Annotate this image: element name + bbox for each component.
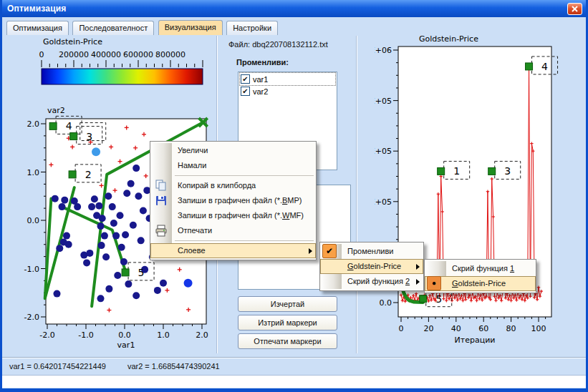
svg-text:0: 0	[399, 324, 404, 333]
menu-item-layers[interactable]: Слоеве	[150, 243, 316, 258]
menu-label-accel: G	[347, 262, 354, 270]
colorbar: Goldstein-Price0200000400000600000800000	[31, 36, 211, 92]
save-icon	[155, 195, 168, 207]
delete-markers-button[interactable]: Изтрий маркери	[238, 315, 337, 330]
svg-text:40: 40	[451, 324, 461, 333]
menu-item-print[interactable]: Отпечати	[150, 223, 316, 238]
variable-row-var2[interactable]: ✔ var2	[240, 85, 335, 97]
svg-text:800000: 800000	[155, 50, 185, 59]
tabstrip: Оптимизация Последователност Визуализаци…	[2, 17, 586, 34]
close-icon	[572, 6, 578, 12]
print-markers-button[interactable]: Отпечати маркери	[238, 333, 337, 349]
optimization-window: Оптимизация Оптимизация Последователност…	[0, 0, 588, 392]
svg-text:-1.0: -1.0	[24, 265, 39, 274]
variable-row-var1[interactable]: ✔ var1	[240, 73, 335, 85]
menu-item-copy-clipboard[interactable]: Копирай в клипборда	[150, 178, 316, 193]
menu-item-zoom-out[interactable]: Намали	[150, 158, 316, 173]
menu-label: Отпечати	[178, 226, 212, 235]
tab-optimizatsia[interactable]: Оптимизация	[6, 21, 69, 35]
svg-text:3: 3	[504, 165, 511, 177]
menu-item-hide-function-1[interactable]: Скрий функция 1	[425, 261, 536, 276]
menu-separator	[175, 175, 314, 176]
menu-label: Слоеве	[178, 246, 206, 255]
svg-text:0.0: 0.0	[27, 216, 40, 225]
menu-label: Копирай в клипборда	[178, 181, 256, 190]
svg-text:80: 80	[506, 324, 516, 333]
draw-button[interactable]: Изчертай	[238, 296, 337, 312]
svg-text:8.0E+05: 8.0E+05	[375, 97, 392, 106]
menu-item-goldstein-price[interactable]: Goldstein-Price	[320, 259, 423, 274]
svg-text:0: 0	[39, 50, 44, 59]
menu-label-accel: 1	[510, 264, 514, 273]
svg-text:400000: 400000	[91, 50, 121, 59]
svg-text:200000: 200000	[59, 50, 89, 59]
checkbox-var2[interactable]: ✔	[241, 87, 250, 96]
checkmark-icon: ✔	[322, 244, 337, 258]
printer-icon	[155, 225, 168, 237]
menu-item-save-wmf[interactable]: Запиши в графичен файл (*.WMF)	[150, 208, 316, 223]
svg-text:-2.0: -2.0	[39, 330, 54, 340]
svg-text:Goldstein-Price: Goldstein-Price	[419, 34, 478, 44]
menu-label: Скрий функция	[347, 277, 405, 285]
menu-item-hide-function-2[interactable]: Скрий функция 2	[320, 274, 423, 289]
close-button[interactable]	[567, 3, 582, 15]
svg-text:0.0: 0.0	[380, 298, 392, 308]
menu-item-goldstein-price-radio[interactable]: ● Goldstein-Price	[425, 276, 536, 291]
svg-text:var2: var2	[47, 106, 65, 115]
menu-label: oldstein-Price	[458, 279, 506, 288]
svg-text:1: 1	[453, 165, 460, 177]
tab-nastroiki[interactable]: Настройки	[226, 21, 278, 35]
status-bar: var1 = 0.642017454221449 var2 = 1.668544…	[2, 357, 586, 375]
menu-label: MF)	[289, 211, 304, 220]
status-var1: var1 = 0.642017454221449	[9, 362, 106, 371]
menu-item-promenlivi[interactable]: ✔ Променливи	[320, 244, 423, 259]
svg-text:5: 5	[138, 267, 145, 278]
goldstein-price-plot[interactable]: 0.02.0E+054.0E+056.0E+058.0E+051.0E+0602…	[375, 34, 584, 351]
tab-posledovatelnost[interactable]: Последователност	[72, 21, 154, 35]
layers-submenu: ✔ Променливи Goldstein-Price Скрий функц…	[319, 242, 424, 291]
panel-divider-right	[356, 36, 357, 353]
svg-text:-1.0: -1.0	[78, 330, 93, 340]
variables-label: Променливи:	[236, 58, 289, 67]
svg-text:2.0: 2.0	[27, 119, 40, 129]
tab-vizualizatsia[interactable]: Визуализация	[158, 20, 223, 35]
svg-text:4: 4	[66, 120, 72, 132]
status-var2: var2 = 1.66854474390241	[127, 362, 220, 371]
context-menu: Увеличи Намали Копирай в клипборда Запиш…	[150, 141, 317, 260]
svg-text:6.0E+05: 6.0E+05	[375, 147, 392, 156]
svg-text:1.0: 1.0	[27, 168, 40, 177]
menu-label-accel: W	[282, 211, 289, 220]
svg-text:2: 2	[85, 169, 92, 180]
svg-text:Goldstein-Price: Goldstein-Price	[43, 37, 102, 46]
menu-item-save-bmp[interactable]: Запиши в графичен файл (*.BMP)	[150, 193, 316, 208]
menu-label: Променливи	[347, 247, 393, 255]
checkbox-var1[interactable]: ✔	[241, 74, 250, 84]
svg-text:3: 3	[86, 131, 92, 142]
submenu-arrow-icon	[416, 279, 420, 285]
menu-label: Скрий функция	[452, 264, 510, 273]
svg-text:20: 20	[423, 324, 433, 333]
svg-text:1.0: 1.0	[157, 330, 170, 340]
variable-label-var2: var2	[253, 87, 268, 96]
menu-label: MP)	[287, 196, 302, 205]
titlebar: Оптимизация	[2, 0, 586, 17]
svg-text:Итерации: Итерации	[455, 335, 496, 345]
menu-label: Запиши в графичен файл (*.	[178, 211, 282, 220]
menu-label-accel: 2	[405, 277, 410, 285]
svg-text:1.0E+06: 1.0E+06	[375, 46, 392, 55]
svg-text:-2.0: -2.0	[24, 313, 39, 322]
file-label: Файл: dbq220708132112.txt	[228, 40, 328, 49]
menu-item-zoom-in[interactable]: Увеличи	[150, 143, 316, 158]
menu-label: Запиши в графичен файл (*.	[178, 196, 282, 205]
svg-text:4.0E+05: 4.0E+05	[375, 197, 392, 207]
copy-icon	[155, 180, 168, 192]
goldstein-submenu: Скрий функция 1 ● Goldstein-Price	[424, 259, 536, 293]
svg-text:60: 60	[478, 324, 488, 333]
variable-label-var1: var1	[253, 75, 268, 84]
radio-selected-icon: ●	[427, 276, 441, 290]
menu-label: Увеличи	[178, 146, 208, 155]
menu-separator	[175, 240, 314, 241]
submenu-arrow-icon	[309, 248, 312, 254]
svg-text:4: 4	[541, 61, 548, 72]
svg-text:var1: var1	[117, 340, 135, 350]
